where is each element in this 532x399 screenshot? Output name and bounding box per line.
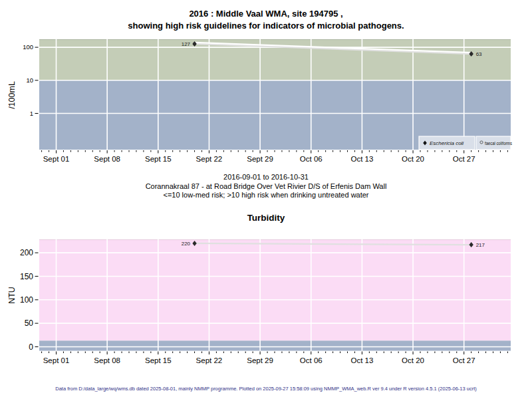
footer-note: Data from D:/data_large/wq/wms.db dated …	[0, 386, 532, 392]
chart-caption: 2016-09-01 to 2016-10-31 Corannakraal 87…	[0, 173, 532, 200]
turbidity-x-tick-label: Sept 08	[94, 356, 120, 364]
turbidity-x-tick-label: Oct 20	[402, 356, 424, 364]
turbidity-x-tick-label: Oct 27	[453, 356, 475, 364]
turbidity-x-tick-label: Sept 22	[196, 356, 223, 364]
caption-site: Corannakraal 87 - at Road Bridge Over Ve…	[0, 182, 532, 192]
turbidity-x-tick-label: Sept 29	[247, 356, 273, 364]
turbidity-x-tick-label: Sept 15	[145, 356, 172, 364]
caption-risk-note: <=10 low-med risk; >10 high risk when dr…	[0, 191, 532, 200]
page-title-line2: showing high risk guidelines for indicat…	[0, 20, 532, 32]
turbidity-y-tick-label: 50	[25, 319, 34, 328]
turbidity-title: Turbidity	[0, 213, 532, 223]
microbial-pathogens-point-label: 63	[476, 51, 482, 57]
turbidity-y-axis-title: NTU	[7, 287, 17, 304]
microbial-pathogens-x-tick-label: Oct 20	[402, 155, 424, 163]
microbial-pathogens-x-tick-label: Sept 22	[196, 155, 223, 163]
turbidity-band-above-guideline	[39, 239, 511, 340]
microbial-pathogens-x-tick-label: Oct 27	[453, 155, 475, 163]
microbial-pathogens-x-tick-label: Sept 29	[247, 155, 273, 163]
microbial-pathogens-y-tick-label: 100	[23, 43, 33, 51]
page-title-line1: 2016 : Middle Vaal WMA, site 194795 ,	[0, 8, 532, 20]
turbidity-y-tick-label: 100	[20, 295, 33, 305]
caption-period: 2016-09-01 to 2016-10-31	[0, 173, 532, 182]
turbidity-y-tick-label: 0	[29, 342, 33, 352]
legend-label-ecoli: Eschericia coli	[430, 140, 464, 146]
microbial-pathogens-x-tick-label: Sept 01	[43, 155, 70, 163]
turbidity-point-label: 217	[476, 242, 485, 248]
microbial-pathogens-x-tick-label: Sept 08	[94, 155, 120, 163]
microbial-pathogens-y-tick-label: 1	[30, 110, 33, 117]
plot-canvas: Sept 01Sept 08Sept 15Sept 22Sept 29Oct 0…	[0, 0, 532, 399]
turbidity-band-low-guideline-band	[39, 340, 511, 350]
turbidity-x-tick-label: Oct 06	[300, 356, 323, 364]
microbial-pathogens-y-axis-title: /100mL	[7, 81, 17, 109]
turbidity-x-tick-label: Sept 01	[43, 356, 70, 364]
turbidity-point-label: 220	[182, 241, 191, 247]
microbial-pathogens-point-label: 127	[182, 41, 191, 47]
microbial-pathogens-x-tick-label: Oct 13	[350, 155, 373, 163]
microbial-pathogens-x-tick-label: Sept 15	[145, 155, 172, 163]
turbidity-y-tick-label: 200	[20, 248, 33, 257]
legend-label-faecal: faecal coliforms	[485, 141, 512, 146]
microbial-pathogens-y-tick-label: 10	[26, 76, 33, 84]
turbidity-y-tick-label: 150	[20, 272, 33, 281]
page-title: 2016 : Middle Vaal WMA, site 194795 , sh…	[0, 8, 532, 32]
microbial-pathogens-x-tick-label: Oct 06	[300, 155, 323, 163]
turbidity-x-tick-label: Oct 13	[350, 356, 373, 364]
